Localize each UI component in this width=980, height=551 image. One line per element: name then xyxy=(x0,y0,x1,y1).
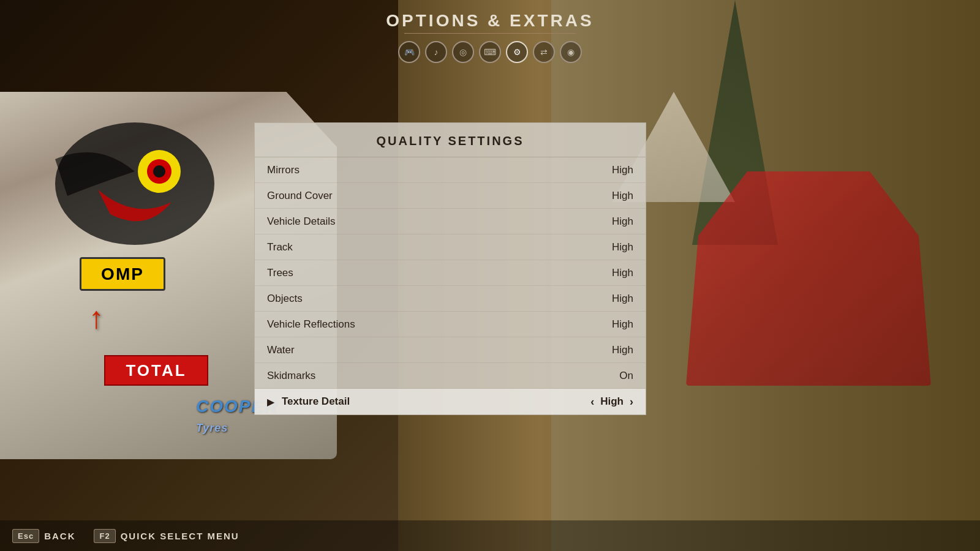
setting-mirrors[interactable]: Mirrors High xyxy=(255,157,646,183)
setting-mirrors-value: High xyxy=(612,164,633,176)
setting-vehicle-details[interactable]: Vehicle Details High xyxy=(255,209,646,234)
setting-mirrors-label: Mirrors xyxy=(267,164,300,176)
car-decal xyxy=(37,110,233,257)
texture-detail-right-arrow[interactable]: › xyxy=(630,395,633,408)
setting-vehicle-reflections-left: Vehicle Reflections xyxy=(267,318,355,331)
setting-objects-left: Objects xyxy=(267,293,303,305)
setting-trees[interactable]: Trees High xyxy=(255,260,646,286)
setting-ground-cover[interactable]: Ground Cover High xyxy=(255,183,646,209)
texture-detail-value-group: ‹ High › xyxy=(590,395,633,408)
nav-icon-audio[interactable]: ♪ xyxy=(425,41,447,63)
setting-trees-label: Trees xyxy=(267,267,293,279)
setting-track-left: Track xyxy=(267,241,293,253)
hud-icon: ⇄ xyxy=(540,47,548,57)
setting-track-label: Track xyxy=(267,241,293,253)
setting-vehicle-reflections-label: Vehicle Reflections xyxy=(267,318,355,331)
setting-trees-left: Trees xyxy=(267,267,293,279)
setting-mirrors-left: Mirrors xyxy=(267,164,300,176)
setting-ground-cover-label: Ground Cover xyxy=(267,190,333,202)
total-badge: TOTAL xyxy=(104,355,208,386)
setting-skidmarks-value: On xyxy=(619,370,633,382)
quick-select-label: QUICK SELECT MENU xyxy=(121,531,239,541)
setting-water[interactable]: Water High xyxy=(255,337,646,363)
back-button[interactable]: Esc BACK xyxy=(12,529,75,543)
setting-track-value: High xyxy=(612,241,633,253)
setting-trees-value: High xyxy=(612,267,633,279)
settings-title: QUALITY SETTINGS xyxy=(255,123,646,157)
setting-water-value: High xyxy=(612,344,633,356)
nav-icon-bar: 🎮 ♪ ◎ ⌨ ⚙ ⇄ ◉ xyxy=(398,41,582,63)
gameplay-icon: ◎ xyxy=(459,47,467,57)
f2-key: F2 xyxy=(94,529,115,543)
graphics-icon: ⚙ xyxy=(513,47,521,57)
setting-vehicle-details-label: Vehicle Details xyxy=(267,216,336,228)
settings-list: Mirrors High Ground Cover High Vehicle D… xyxy=(255,157,646,414)
nav-icon-hud[interactable]: ⇄ xyxy=(533,41,555,63)
back-label: BACK xyxy=(44,531,75,541)
esc-key: Esc xyxy=(12,529,39,543)
settings-panel: QUALITY SETTINGS Mirrors High Ground Cov… xyxy=(254,122,646,415)
title-underline xyxy=(404,33,576,34)
credits-icon: ◉ xyxy=(567,47,575,57)
nav-icon-controls[interactable]: 🎮 xyxy=(398,41,420,63)
expand-arrow-icon: ▶ xyxy=(267,396,274,408)
car-arrow-decal: ↑ xyxy=(89,300,104,335)
setting-texture-detail-left: ▶ Texture Detail xyxy=(267,395,350,408)
texture-detail-left-arrow[interactable]: ‹ xyxy=(590,395,594,408)
header: optIONS & EXTRAS 🎮 ♪ ◎ ⌨ ⚙ ⇄ ◉ xyxy=(0,0,980,73)
controls-icon: 🎮 xyxy=(404,47,415,57)
setting-vehicle-details-left: Vehicle Details xyxy=(267,216,336,228)
setting-skidmarks-label: Skidmarks xyxy=(267,370,315,382)
nav-icon-graphics[interactable]: ⚙ xyxy=(506,41,528,63)
setting-vehicle-details-value: High xyxy=(612,216,633,228)
setting-track[interactable]: Track High xyxy=(255,234,646,260)
audio-icon: ♪ xyxy=(434,47,439,57)
nav-icon-credits[interactable]: ◉ xyxy=(560,41,582,63)
right-cars xyxy=(686,171,931,386)
setting-ground-cover-value: High xyxy=(612,190,633,202)
nav-icon-gameplay[interactable]: ◎ xyxy=(452,41,474,63)
keyboard-icon: ⌨ xyxy=(484,47,496,57)
setting-ground-cover-left: Ground Cover xyxy=(267,190,333,202)
bottom-bar: Esc BACK F2 QUICK SELECT MENU xyxy=(0,520,980,551)
omp-badge: OMP xyxy=(80,257,165,291)
setting-vehicle-reflections[interactable]: Vehicle Reflections High xyxy=(255,312,646,337)
svg-point-3 xyxy=(153,165,165,178)
setting-texture-detail-label: Texture Detail xyxy=(282,395,350,408)
setting-objects[interactable]: Objects High xyxy=(255,286,646,312)
nav-icon-keyboard[interactable]: ⌨ xyxy=(479,41,501,63)
setting-skidmarks-left: Skidmarks xyxy=(267,370,315,382)
setting-texture-detail[interactable]: ▶ Texture Detail ‹ High › xyxy=(255,389,646,414)
setting-vehicle-reflections-value: High xyxy=(612,318,633,331)
setting-water-label: Water xyxy=(267,344,295,356)
setting-objects-label: Objects xyxy=(267,293,303,305)
page-title: optIONS & EXTRAS xyxy=(386,11,594,31)
quick-select-button[interactable]: F2 QUICK SELECT MENU xyxy=(94,529,239,543)
setting-objects-value: High xyxy=(612,293,633,305)
setting-texture-detail-value: High xyxy=(600,395,624,408)
setting-water-left: Water xyxy=(267,344,295,356)
setting-skidmarks[interactable]: Skidmarks On xyxy=(255,363,646,389)
